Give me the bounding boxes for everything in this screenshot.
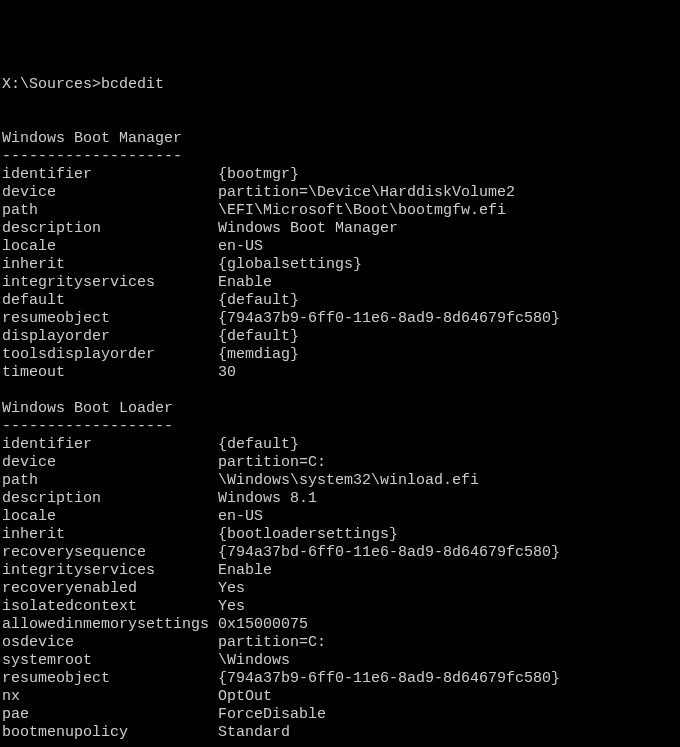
entry-row: timeout30 [2,364,678,382]
entry-key: identifier [2,166,218,184]
entry-value: en-US [218,238,263,256]
section-divider: ------------------- [2,418,678,436]
entry-value: partition=C: [218,634,326,652]
entry-value: {default} [218,436,299,454]
entry-key: default [2,292,218,310]
entry-value: partition=\Device\HarddiskVolume2 [218,184,515,202]
entry-value: {memdiag} [218,346,299,364]
entry-row: toolsdisplayorder{memdiag} [2,346,678,364]
entry-key: resumeobject [2,310,218,328]
entry-key: isolatedcontext [2,598,218,616]
entry-value: {794a37b9-6ff0-11e6-8ad9-8d64679fc580} [218,310,560,328]
entry-value: \Windows\system32\winload.efi [218,472,479,490]
entry-key: path [2,202,218,220]
entry-row: integrityservicesEnable [2,562,678,580]
entry-key: device [2,184,218,202]
entry-row: path\Windows\system32\winload.efi [2,472,678,490]
entry-row: inherit{globalsettings} [2,256,678,274]
entry-row: identifier{default} [2,436,678,454]
entry-key: bootmenupolicy [2,724,218,742]
entry-row: localeen-US [2,238,678,256]
entry-key: nx [2,688,218,706]
entry-key: pae [2,706,218,724]
entry-row: inherit{bootloadersettings} [2,526,678,544]
entry-row: recoveryenabledYes [2,580,678,598]
section-divider: -------------------- [2,148,678,166]
entry-value: Yes [218,580,245,598]
entry-value: Windows 8.1 [218,490,317,508]
entry-key: identifier [2,436,218,454]
entry-key: displayorder [2,328,218,346]
blank-line [2,382,678,400]
entry-value: en-US [218,508,263,526]
entry-key: allowedinmemorysettings [2,616,218,634]
entry-value: OptOut [218,688,272,706]
entry-key: recoverysequence [2,544,218,562]
entry-row: displayorder{default} [2,328,678,346]
entry-key: integrityservices [2,562,218,580]
entry-key: locale [2,508,218,526]
entry-key: recoveryenabled [2,580,218,598]
entry-value: {default} [218,328,299,346]
entry-row: resumeobject{794a37b9-6ff0-11e6-8ad9-8d6… [2,310,678,328]
entry-key: description [2,490,218,508]
entry-value: 30 [218,364,236,382]
entry-value: Yes [218,598,245,616]
entry-row: default{default} [2,292,678,310]
entry-row: systemroot\Windows [2,652,678,670]
entry-row: bootmenupolicyStandard [2,724,678,742]
entry-value: {default} [218,292,299,310]
entry-key: inherit [2,526,218,544]
entry-row: isolatedcontextYes [2,598,678,616]
section-header: Windows Boot Loader [2,400,678,418]
entry-key: toolsdisplayorder [2,346,218,364]
entry-row: allowedinmemorysettings0x15000075 [2,616,678,634]
entry-value: {794a37bd-6ff0-11e6-8ad9-8d64679fc580} [218,544,560,562]
entry-value: \Windows [218,652,290,670]
entry-row: paeForceDisable [2,706,678,724]
blank-line [2,112,678,130]
entry-key: resumeobject [2,670,218,688]
command-line[interactable]: X:\Sources>bcdedit [2,76,678,94]
entry-value: {bootloadersettings} [218,526,398,544]
entry-key: osdevice [2,634,218,652]
entry-row: identifier{bootmgr} [2,166,678,184]
entry-row: descriptionWindows 8.1 [2,490,678,508]
entry-row: localeen-US [2,508,678,526]
entry-row: integrityservicesEnable [2,274,678,292]
entry-value: {794a37b9-6ff0-11e6-8ad9-8d64679fc580} [218,670,560,688]
entry-key: systemroot [2,652,218,670]
section-header: Windows Boot Manager [2,130,678,148]
entry-key: device [2,454,218,472]
entry-value: {globalsettings} [218,256,362,274]
entry-row: resumeobject{794a37b9-6ff0-11e6-8ad9-8d6… [2,670,678,688]
entry-row: recoverysequence{794a37bd-6ff0-11e6-8ad9… [2,544,678,562]
entry-value: ForceDisable [218,706,326,724]
entry-row: nxOptOut [2,688,678,706]
entry-key: inherit [2,256,218,274]
entry-value: Enable [218,562,272,580]
entry-value: Enable [218,274,272,292]
entry-key: integrityservices [2,274,218,292]
entry-value: partition=C: [218,454,326,472]
entry-row: osdevicepartition=C: [2,634,678,652]
entry-value: {bootmgr} [218,166,299,184]
terminal-output: Windows Boot Manager--------------------… [2,112,678,742]
entry-row: devicepartition=C: [2,454,678,472]
entry-row: descriptionWindows Boot Manager [2,220,678,238]
entry-value: \EFI\Microsoft\Boot\bootmgfw.efi [218,202,506,220]
entry-row: path\EFI\Microsoft\Boot\bootmgfw.efi [2,202,678,220]
entry-key: path [2,472,218,490]
entry-value: 0x15000075 [218,616,308,634]
command-text: bcdedit [101,76,164,93]
prompt: X:\Sources> [2,76,101,93]
entry-key: locale [2,238,218,256]
entry-key: timeout [2,364,218,382]
entry-row: devicepartition=\Device\HarddiskVolume2 [2,184,678,202]
entry-value: Windows Boot Manager [218,220,398,238]
entry-value: Standard [218,724,290,742]
entry-key: description [2,220,218,238]
